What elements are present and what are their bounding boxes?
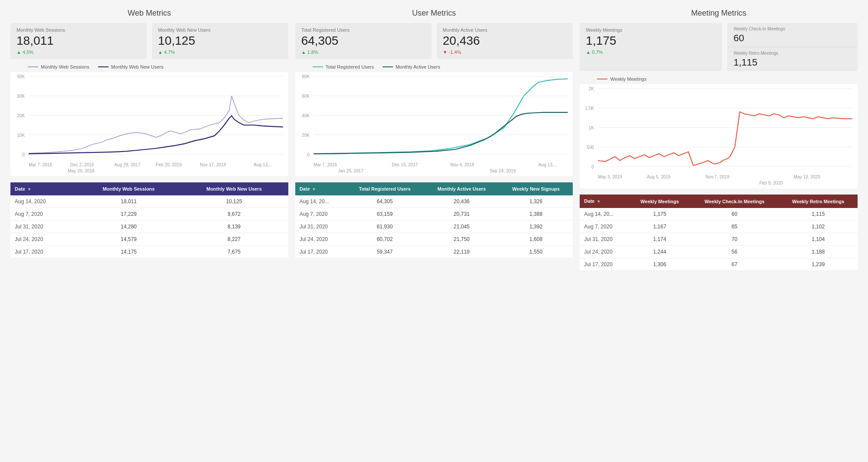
meeting-col-weekly[interactable]: Weekly Meetings xyxy=(629,195,690,208)
total-registered-label: Total Registered Users xyxy=(301,27,426,33)
table-row: Jul 17, 202059,34722,1191,550 xyxy=(295,246,573,258)
total-registered-change: ▲ 1.8% xyxy=(301,50,426,55)
table-row: Jul 31, 20201,174701,104 xyxy=(580,233,858,246)
web-col-sessions[interactable]: Monthly Web Sessions xyxy=(77,182,180,196)
svg-text:0: 0 xyxy=(22,152,25,157)
svg-text:Feb 20, 2019: Feb 20, 2019 xyxy=(156,162,182,167)
web-legend-new-users: Monthly Web New Users xyxy=(98,64,164,69)
web-metrics-title: Web Metrics xyxy=(10,9,288,18)
web-metrics-section: Web Metrics Monthly Web Sessions 18,011 … xyxy=(10,9,288,271)
svg-text:500: 500 xyxy=(587,145,594,150)
meeting-legend-weekly: Weekly Meetings xyxy=(597,76,647,82)
svg-text:Jan 25, 2017: Jan 25, 2017 xyxy=(338,168,363,173)
svg-text:40K: 40K xyxy=(17,74,25,79)
user-col-monthly-active[interactable]: Monthly Active Users xyxy=(424,182,499,196)
web-chart: 0 10K 20K 30K 40K Mar 7, 2016 Dec 2, 201… xyxy=(10,72,288,176)
total-registered-kpi: Total Registered Users 64,305 ▲ 1.8% xyxy=(295,23,432,59)
table-row: Jul 31, 202061,93021,0451,392 xyxy=(295,221,573,233)
meeting-metrics-section: Meeting Metrics Weekly Meetings 1,175 ▲ … xyxy=(580,9,858,271)
meeting-col-date[interactable]: Date ▼ xyxy=(580,195,629,208)
svg-text:Nov 7, 2019: Nov 7, 2019 xyxy=(706,175,729,180)
web-new-users-kpi: Monthly Web New Users 10,125 ▲ 4.7% xyxy=(152,23,288,59)
svg-text:40K: 40K xyxy=(302,113,310,118)
svg-text:Nov 17, 2019: Nov 17, 2019 xyxy=(200,162,226,167)
web-table: Date ▼ Monthly Web Sessions Monthly Web … xyxy=(10,182,288,259)
user-metrics-section: User Metrics Total Registered Users 64,3… xyxy=(295,9,573,271)
user-chart-legend: Total Registered Users Monthly Active Us… xyxy=(295,64,573,69)
svg-text:Feb 9, 2020: Feb 9, 2020 xyxy=(759,181,783,185)
svg-text:30K: 30K xyxy=(17,94,25,99)
svg-text:1K: 1K xyxy=(589,125,594,130)
meeting-chart-legend: Weekly Meetings xyxy=(580,76,858,82)
table-row: Aug 14, 202018,01110,125 xyxy=(10,195,288,208)
weekly-meetings-label: Weekly Meetings xyxy=(586,27,716,33)
web-new-users-value: 10,125 xyxy=(158,34,282,48)
svg-text:0: 0 xyxy=(592,165,594,169)
total-registered-value: 64,305 xyxy=(301,34,426,48)
user-col-total-reg[interactable]: Total Registered Users xyxy=(345,182,424,196)
web-new-users-label: Monthly Web New Users xyxy=(158,27,282,33)
table-row: Aug 7, 202063,15920,7311,388 xyxy=(295,208,573,221)
svg-text:0: 0 xyxy=(307,152,310,157)
svg-text:2K: 2K xyxy=(589,87,594,92)
meeting-stacked-kpi: Weekly Check-In Meetings 60 Weekly Retro… xyxy=(727,23,858,71)
svg-text:Aug 13,...: Aug 13,... xyxy=(538,162,557,167)
web-sessions-change: ▲ 4.5% xyxy=(17,50,141,55)
dashboard: Web Metrics Monthly Web Sessions 18,011 … xyxy=(0,0,868,280)
meeting-col-retro[interactable]: Weekly Retro Meetings xyxy=(779,195,858,208)
table-row: Jul 17, 202014,1757,675 xyxy=(10,246,288,258)
meeting-metrics-title: Meeting Metrics xyxy=(580,9,858,18)
svg-text:1.5K: 1.5K xyxy=(585,106,594,111)
table-row: Jul 17, 20201,306671,239 xyxy=(580,258,858,271)
table-row: Jul 24, 202014,5798,227 xyxy=(10,233,288,246)
user-legend-active-label: Monthly Active Users xyxy=(396,64,440,69)
monthly-active-change: ▼ -1.4% xyxy=(443,50,567,55)
svg-text:80K: 80K xyxy=(302,74,310,79)
svg-text:May 13, 2020: May 13, 2020 xyxy=(794,175,821,180)
web-new-users-change: ▲ 4.7% xyxy=(158,50,282,55)
check-in-value: 60 xyxy=(733,33,851,43)
web-legend-sessions: Monthly Web Sessions xyxy=(28,64,89,69)
web-sessions-kpi: Monthly Web Sessions 18,011 ▲ 4.5% xyxy=(10,23,147,59)
user-table: Date ▼ Total Registered Users Monthly Ac… xyxy=(295,182,573,259)
svg-text:20K: 20K xyxy=(17,113,25,118)
svg-text:Nov 4, 2018: Nov 4, 2018 xyxy=(450,162,474,167)
svg-text:Dec 2, 2016: Dec 2, 2016 xyxy=(70,162,94,167)
table-row: Aug 7, 20201,167651,102 xyxy=(580,221,858,233)
web-col-new-users[interactable]: Monthly Web New Users xyxy=(180,182,288,196)
user-legend-active: Monthly Active Users xyxy=(383,64,440,69)
svg-text:Mar 7, 2016: Mar 7, 2016 xyxy=(314,162,337,167)
meeting-col-checkin[interactable]: Weekly Check-In Meetings xyxy=(690,195,779,208)
svg-text:20K: 20K xyxy=(302,133,310,138)
retro-label: Weekly Retro Meetings xyxy=(733,51,851,56)
user-legend-total-label: Total Registered Users xyxy=(326,64,374,69)
table-row: Aug 14, 20...1,175601,115 xyxy=(580,208,858,221)
web-legend-new-users-label: Monthly Web New Users xyxy=(111,64,164,69)
user-col-weekly-signups[interactable]: Weekly New Signups xyxy=(499,182,573,196)
weekly-meetings-kpi: Weekly Meetings 1,175 ▲ 0.7% xyxy=(580,23,722,71)
table-row: Jul 24, 202060,70221,7501,608 xyxy=(295,233,573,246)
web-sessions-label: Monthly Web Sessions xyxy=(17,27,141,33)
retro-value: 1,115 xyxy=(733,57,851,68)
user-chart: 0 20K 40K 60K 80K Mar 7, 2016 Jan 25, 20… xyxy=(295,72,573,176)
meeting-chart: 0 500 1K 1.5K 2K May 3, 2019 Aug 5, 2019… xyxy=(580,84,858,188)
svg-text:Aug 29, 2017: Aug 29, 2017 xyxy=(114,162,141,167)
svg-text:May 26, 2018: May 26, 2018 xyxy=(68,168,95,173)
check-in-label: Weekly Check-In Meetings xyxy=(733,26,851,31)
web-legend-sessions-label: Monthly Web Sessions xyxy=(41,64,89,69)
web-col-date[interactable]: Date ▼ xyxy=(10,182,77,196)
web-sessions-value: 18,011 xyxy=(17,34,141,48)
check-in-meetings-kpi: Weekly Check-In Meetings 60 xyxy=(727,23,858,47)
svg-text:Aug 5, 2019: Aug 5, 2019 xyxy=(647,175,671,180)
user-metrics-title: User Metrics xyxy=(295,9,573,18)
user-legend-total: Total Registered Users xyxy=(313,64,374,69)
table-row: Aug 14, 20...64,30520,4361,326 xyxy=(295,195,573,208)
meeting-kpi-row: Weekly Meetings 1,175 ▲ 0.7% Weekly Chec… xyxy=(580,23,858,71)
user-col-date[interactable]: Date ▼ xyxy=(295,182,345,196)
meeting-legend-weekly-label: Weekly Meetings xyxy=(610,76,647,82)
weekly-meetings-change: ▲ 0.7% xyxy=(586,50,716,55)
monthly-active-value: 20,436 xyxy=(443,34,567,48)
table-row: Aug 7, 202017,2299,672 xyxy=(10,208,288,221)
table-row: Jul 24, 20201,244561,188 xyxy=(580,246,858,258)
svg-text:May 3, 2019: May 3, 2019 xyxy=(598,175,622,180)
